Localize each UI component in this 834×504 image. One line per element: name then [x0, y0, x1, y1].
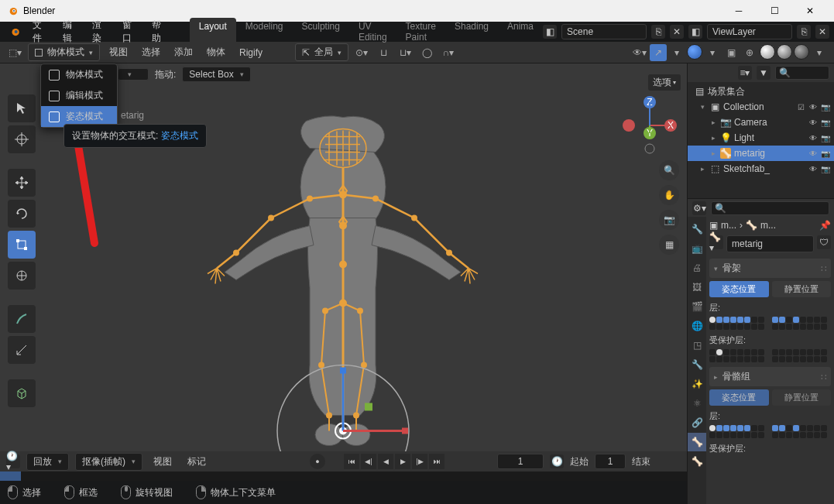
timeline-view-menu[interactable]: 视图 [149, 455, 177, 468]
orientation-dropdown[interactable]: ⇱全局 [295, 43, 348, 61]
armature-browse-icon[interactable]: 🦴▾ [709, 235, 723, 249]
viewlayer-new-button[interactable]: ⎘ [797, 25, 811, 39]
armature-layers-2[interactable] [709, 425, 831, 438]
navigation-gizmo[interactable]: X Z Y [619, 94, 681, 156]
gizmo-dropdown[interactable]: ▾ [668, 44, 685, 61]
jump-prev-keyframe-button[interactable]: ◀| [361, 454, 376, 469]
scene-browse-icon[interactable]: ◧ [543, 25, 557, 39]
tab-layout[interactable]: Layout [190, 18, 236, 46]
scale-tool[interactable] [8, 231, 36, 259]
timeline-strip[interactable] [0, 471, 687, 481]
panel-bonegroups-header[interactable]: 骨骼组∷ [709, 367, 831, 386]
tree-item-light[interactable]: ▸ 💡Light 👁📷 [688, 130, 834, 146]
snap-dropdown[interactable]: ⊔▾ [396, 44, 414, 61]
tree-item-metarig[interactable]: ▸ 🦴metarig 👁📷 [688, 146, 834, 161]
play-button[interactable]: ▶ [395, 454, 410, 469]
prop-tab-object[interactable]: ◳ [688, 336, 706, 355]
jump-to-start-button[interactable]: ⏮ [344, 454, 359, 469]
tool-opt-dropdown[interactable] [118, 68, 149, 81]
armature-layers[interactable] [709, 317, 831, 330]
prop-tab-tool[interactable]: 🔧 [688, 220, 706, 238]
zoom-icon[interactable]: 🔍 [659, 160, 679, 180]
tab-shading[interactable]: Shading [445, 18, 498, 46]
timecode-icon[interactable]: 🕐 [550, 454, 564, 468]
close-button[interactable]: ✕ [792, 0, 828, 22]
timeline-editor-type[interactable]: 🕐▾ [6, 454, 20, 468]
armature-name-field[interactable]: metarig [726, 235, 814, 252]
prop-tab-viewlayer[interactable]: 🖼 [688, 278, 706, 297]
outliner-search-input[interactable]: 🔍 [775, 66, 829, 80]
shading-material[interactable] [777, 44, 792, 60]
scene-new-button[interactable]: ⎘ [651, 25, 665, 39]
viewlayer-browse-icon[interactable]: ◧ [688, 25, 702, 39]
overlay-dropdown[interactable]: ▾ [704, 44, 721, 61]
tab-uv-editing[interactable]: UV Editing [349, 18, 396, 46]
overlay-toggle[interactable] [687, 44, 702, 60]
protected-layers[interactable] [709, 349, 831, 362]
shield-icon[interactable]: 🛡 [817, 235, 831, 249]
mode-option-object[interactable]: 物体模式 [41, 64, 117, 85]
perspective-toggle-icon[interactable]: ▦ [659, 235, 679, 255]
scene-name-field[interactable]: Scene [561, 24, 647, 39]
snap-toggle[interactable]: ⊔ [375, 44, 392, 61]
tree-item-camera[interactable]: ▸ 📷Camera 👁📷 [688, 115, 834, 130]
jump-to-end-button[interactable]: ⏭ [429, 454, 444, 469]
tree-item-sketchfab[interactable]: ▸ ⬚Sketchfab_ 👁📷 [688, 161, 834, 177]
gizmo-toggle[interactable]: ↗ [650, 44, 667, 61]
shading-dropdown[interactable]: ▾ [811, 44, 828, 61]
pin-icon[interactable]: 📌 [819, 220, 831, 231]
scene-delete-button[interactable]: ✕ [670, 25, 684, 39]
keying-menu[interactable]: 抠像(插帧) [75, 453, 142, 471]
current-frame-field[interactable]: 1 [497, 454, 544, 469]
rest-position-button-2[interactable]: 静置位置 [772, 389, 832, 406]
cursor-tool[interactable] [8, 125, 36, 153]
tab-sculpting[interactable]: Sculpting [293, 18, 349, 46]
add-cube-tool[interactable] [8, 379, 36, 407]
proportional-toggle[interactable]: ◯ [418, 44, 435, 61]
mode-selector[interactable]: 物体模式 [28, 43, 100, 61]
pose-position-button-2[interactable]: 姿态位置 [709, 389, 769, 406]
prop-tab-armature[interactable]: 🦴 [688, 433, 706, 451]
tab-texture-paint[interactable]: Texture Paint [396, 18, 445, 46]
outliner-filter-icon[interactable]: ▼ [757, 66, 771, 80]
playback-menu[interactable]: 回放 [26, 453, 69, 471]
maximize-button[interactable]: ☐ [757, 0, 792, 22]
drag-action-dropdown[interactable]: Select Box [182, 67, 250, 82]
properties-editor-type[interactable]: ⚙▾ [692, 201, 706, 215]
prop-tab-modifiers[interactable]: 🔧 [688, 355, 706, 374]
prop-tab-scene[interactable]: 🎬 [688, 297, 706, 316]
header-rigify-menu[interactable]: Rigify [235, 47, 267, 58]
prop-tab-constraints[interactable]: 🔗 [688, 413, 706, 432]
shading-wireframe[interactable]: ⊕ [741, 44, 758, 61]
header-object-menu[interactable]: 物体 [202, 46, 230, 59]
shading-solid[interactable] [760, 44, 775, 60]
shading-rendered[interactable] [794, 44, 809, 60]
viewlayer-delete-button[interactable]: ✕ [815, 25, 829, 39]
viewport-options-button[interactable]: 选项 [648, 74, 681, 91]
prop-tab-output[interactable]: 🖨 [688, 259, 706, 277]
proportional-dropdown[interactable]: ∩▾ [440, 44, 457, 61]
pivot-dropdown[interactable]: ⊙▾ [353, 44, 370, 61]
tree-collection[interactable]: ▾ ▣Collection ☑👁📷 [688, 99, 834, 115]
tab-modeling[interactable]: Modeling [236, 18, 293, 46]
rest-position-button[interactable]: 静置位置 [772, 281, 832, 297]
prop-tab-bone[interactable]: 🦴 [688, 452, 706, 471]
pose-position-button[interactable]: 姿态位置 [709, 281, 769, 297]
play-reverse-button[interactable]: ◀ [378, 454, 393, 469]
menu-window[interactable]: 窗口 [115, 15, 145, 48]
header-select-menu[interactable]: 选择 [137, 46, 165, 59]
xray-toggle[interactable]: ▣ [722, 44, 740, 61]
transform-tool[interactable] [8, 262, 36, 290]
select-tool[interactable] [8, 94, 36, 122]
prop-tab-physics[interactable]: ⚛ [688, 394, 706, 413]
start-frame-field[interactable]: 1 [595, 454, 626, 469]
tree-scene-collection[interactable]: ▤场景集合 [688, 84, 834, 99]
menu-help[interactable]: 帮助 [144, 15, 174, 48]
measure-tool[interactable] [8, 336, 36, 364]
rotate-tool[interactable] [8, 200, 36, 228]
outliner-display-mode[interactable]: ≡▾ [738, 66, 752, 80]
mode-option-edit[interactable]: 编辑模式 [41, 85, 117, 106]
panel-armature-header[interactable]: 骨架∷ [709, 259, 831, 278]
header-view-menu[interactable]: 视图 [105, 46, 132, 59]
header-add-menu[interactable]: 添加 [170, 46, 197, 59]
